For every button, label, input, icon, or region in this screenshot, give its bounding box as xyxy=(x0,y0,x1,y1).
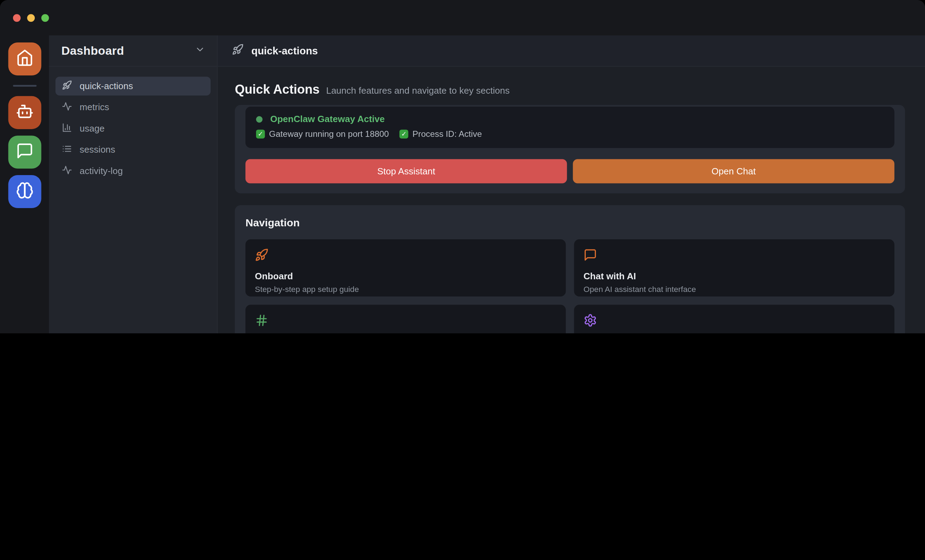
zoom-button[interactable] xyxy=(41,14,49,21)
rocket-icon xyxy=(255,253,269,264)
main-header-title: quick-actions xyxy=(252,45,318,57)
nav-card-title: Chat with AI xyxy=(584,271,885,282)
sidebar-section-dropdown[interactable]: Dashboard xyxy=(49,35,217,67)
status-card: OpenClaw Gateway Active ✓ Gateway runnin… xyxy=(235,105,905,193)
rail-divider xyxy=(13,85,36,87)
nav-card-description: Open AI assistant chat interface xyxy=(584,285,885,293)
sidebar-item-activity-log[interactable]: activity-log xyxy=(56,161,211,180)
check-icon: ✓ xyxy=(400,129,408,138)
icon-rail xyxy=(0,35,49,333)
gear-icon xyxy=(584,319,597,329)
gateway-status-title: OpenClaw Gateway Active xyxy=(270,114,384,124)
page-title: Quick Actions xyxy=(235,83,320,97)
stop-assistant-button[interactable]: Stop Assistant xyxy=(246,159,567,183)
nav-card-ai-configuration[interactable]: AI Configuration Configure AI models and… xyxy=(574,305,895,333)
sidebar-item-quick-actions[interactable]: quick-actions xyxy=(56,77,211,95)
sidebar-item-label: sessions xyxy=(80,144,115,155)
main-content: Quick Actions Launch features and naviga… xyxy=(218,67,925,333)
navigation-grid: Onboard Step-by-step app setup guide Cha… xyxy=(246,239,895,333)
sidebar-item-sessions[interactable]: sessions xyxy=(56,140,211,159)
navigation-title: Navigation xyxy=(246,217,895,229)
app: Dashboard quick-actions metrics usage xyxy=(0,0,925,333)
process-id-status: ✓ Process ID: Active xyxy=(400,129,482,139)
message-icon xyxy=(584,253,597,264)
rocket-icon xyxy=(232,44,244,57)
sidebar: Dashboard quick-actions metrics usage xyxy=(49,35,217,333)
nav-card-onboard[interactable]: Onboard Step-by-step app setup guide xyxy=(246,239,566,296)
gateway-status-box: OpenClaw Gateway Active ✓ Gateway runnin… xyxy=(246,107,895,148)
activity-icon xyxy=(62,165,72,177)
close-button[interactable] xyxy=(13,14,21,21)
chevron-down-icon xyxy=(194,44,205,57)
nav-card-description: Step-by-step app setup guide xyxy=(255,285,556,293)
page-subtitle: Launch features and navigate to key sect… xyxy=(326,86,510,96)
navigation-card: Navigation Onboard Step-by-step app setu… xyxy=(235,205,905,333)
hash-icon xyxy=(255,319,269,329)
nav-card-manage-channels[interactable]: Manage Channels Setup WhatsApp, Telegram… xyxy=(246,305,566,333)
nav-card-title: Onboard xyxy=(255,271,556,282)
app-window: Dashboard quick-actions metrics usage xyxy=(0,0,925,333)
sidebar-item-metrics[interactable]: metrics xyxy=(56,98,211,117)
sidebar-item-label: activity-log xyxy=(80,166,123,176)
list-icon xyxy=(62,144,72,156)
nav-card-chat-with-ai[interactable]: Chat with AI Open AI assistant chat inte… xyxy=(574,239,895,296)
rail-memory-button[interactable] xyxy=(8,175,41,208)
sidebar-item-label: usage xyxy=(80,123,105,134)
main-header: quick-actions xyxy=(218,35,925,67)
bar-chart-icon xyxy=(62,122,72,135)
robot-icon xyxy=(16,102,33,122)
check-icon: ✓ xyxy=(256,129,265,138)
rail-agent-button[interactable] xyxy=(8,96,41,129)
home-icon xyxy=(16,49,33,69)
brain-icon xyxy=(16,182,33,201)
gateway-port-status: ✓ Gateway running on port 18800 xyxy=(256,129,389,139)
activity-icon xyxy=(62,101,72,113)
window-body: Dashboard quick-actions metrics usage xyxy=(0,35,925,333)
rail-home-button[interactable] xyxy=(8,42,41,75)
main-panel: quick-actions Quick Actions Launch featu… xyxy=(218,35,925,333)
minimize-button[interactable] xyxy=(27,14,35,21)
sidebar-item-label: metrics xyxy=(80,102,109,113)
sidebar-item-label: quick-actions xyxy=(80,81,133,91)
title-bar[interactable] xyxy=(0,0,925,35)
sidebar-title: Dashboard xyxy=(62,44,124,57)
sidebar-list: quick-actions metrics usage sessions xyxy=(49,67,217,193)
sidebar-item-usage[interactable]: usage xyxy=(56,119,211,138)
open-chat-button[interactable]: Open Chat xyxy=(573,159,895,183)
traffic-lights xyxy=(13,14,49,21)
status-dot xyxy=(256,116,262,122)
rail-chat-button[interactable] xyxy=(8,135,41,168)
rocket-icon xyxy=(62,80,72,92)
chat-bubble-icon xyxy=(16,142,33,162)
